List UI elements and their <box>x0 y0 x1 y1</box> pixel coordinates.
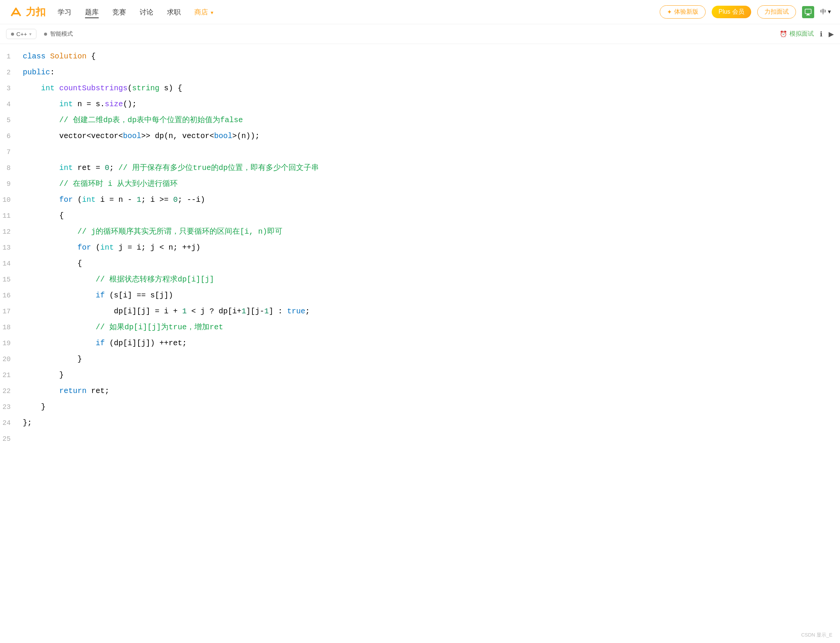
line-number-7: 7 <box>0 146 20 158</box>
clock-icon: ⏰ <box>780 30 787 38</box>
line-number-3: 3 <box>0 82 20 95</box>
nav-link-discuss[interactable]: 讨论 <box>140 8 154 18</box>
line-number-22: 22 <box>0 385 20 397</box>
nav-link-study[interactable]: 学习 <box>58 8 71 18</box>
logo-icon <box>9 5 23 19</box>
toolbar-right: ⏰ 模拟面试 ℹ ▶ <box>780 30 834 38</box>
line-content-14: { <box>20 257 840 270</box>
line-number-14: 14 <box>0 257 20 270</box>
interview-button[interactable]: 力扣面试 <box>757 5 796 19</box>
code-line-6: 6 vector<vector<bool>> dp(n, vector<bool… <box>0 130 840 146</box>
line-content-10: for (int i = n - 1; i >= 0; --i) <box>20 193 840 206</box>
code-line-8: 8 int ret = 0; // 用于保存有多少位true的dp位置，即有多少… <box>0 162 840 178</box>
line-content-24: }; <box>20 416 840 429</box>
play-button[interactable]: ▶ <box>829 30 834 38</box>
code-line-19: 19 if (dp[i][j]) ++ret; <box>0 337 840 353</box>
line-number-6: 6 <box>0 130 20 142</box>
line-number-15: 15 <box>0 273 20 286</box>
code-line-10: 10 for (int i = n - 1; i >= 0; --i) <box>0 193 840 209</box>
line-content-15: // 根据状态转移方程求dp[i][j] <box>20 273 840 286</box>
code-line-11: 11 { <box>0 209 840 225</box>
code-editor[interactable]: 1 class Solution { 2 public: 3 int count… <box>0 44 840 636</box>
code-line-12: 12 // j的循环顺序其实无所谓，只要循环的区间在[i, n)即可 <box>0 225 840 241</box>
line-content-11: { <box>20 209 840 222</box>
language-select[interactable]: C++ ▾ <box>6 29 36 39</box>
code-line-24: 24 }; <box>0 416 840 432</box>
line-content-19: if (dp[i][j]) ++ret; <box>20 337 840 350</box>
code-line-14: 14 { <box>0 257 840 273</box>
language-selector[interactable]: 中 ▾ <box>820 8 831 16</box>
watermark: CSDN 显示_E <box>801 632 832 638</box>
svg-rect-0 <box>805 9 811 14</box>
smart-mode-label: 智能模式 <box>50 30 73 38</box>
code-line-21: 21 } <box>0 369 840 385</box>
code-line-22: 22 return ret; <box>0 385 840 401</box>
line-number-4: 4 <box>0 98 20 110</box>
code-line-23: 23 } <box>0 401 840 416</box>
line-number-17: 17 <box>0 305 20 318</box>
logo-text: 力扣 <box>26 5 46 19</box>
line-content-2: public: <box>20 66 840 79</box>
chevron-down-icon: ▾ <box>211 10 213 16</box>
line-number-12: 12 <box>0 225 20 238</box>
star-icon: ✦ <box>667 8 672 16</box>
code-line-25: 25 <box>0 432 840 449</box>
nav-link-jobs[interactable]: 求职 <box>167 8 181 18</box>
line-number-10: 10 <box>0 193 20 206</box>
code-line-15: 15 // 根据状态转移方程求dp[i][j] <box>0 273 840 289</box>
code-line-7: 7 <box>0 146 840 162</box>
nav-right: ✦ 体验新版 Plus 会员 力扣面试 中 ▾ <box>660 5 831 19</box>
code-line-9: 9 // 在循环时 i 从大到小进行循环 <box>0 178 840 193</box>
line-number-23: 23 <box>0 401 20 413</box>
monitor-icon[interactable] <box>802 6 814 18</box>
smart-dot-icon <box>44 33 47 36</box>
nav-item-study[interactable]: 学习 <box>58 8 71 17</box>
code-line-13: 13 for (int j = i; j < n; ++j) <box>0 241 840 257</box>
nav-item-contest[interactable]: 竞赛 <box>112 8 126 17</box>
line-number-25: 25 <box>0 432 20 445</box>
line-content-18: // 如果dp[i][j]为true，增加ret <box>20 321 840 334</box>
nav-link-problems[interactable]: 题库 <box>85 8 99 18</box>
navbar: 力扣 学习 题库 竞赛 讨论 求职 商店 ▾ ✦ 体验新版 Plu <box>0 0 840 24</box>
nav-item-jobs[interactable]: 求职 <box>167 8 181 17</box>
line-content-22: return ret; <box>20 385 840 398</box>
line-content-12: // j的循环顺序其实无所谓，只要循环的区间在[i, n)即可 <box>20 225 840 238</box>
nav-link-shop[interactable]: 商店 ▾ <box>194 8 213 18</box>
line-content-25 <box>20 432 840 446</box>
nav-item-problems[interactable]: 题库 <box>85 8 99 17</box>
code-line-1: 1 class Solution { <box>0 50 840 66</box>
line-content-16: if (s[i] == s[j]) <box>20 289 840 302</box>
line-content-1: class Solution { <box>20 50 840 63</box>
line-number-13: 13 <box>0 241 20 254</box>
lang-label: C++ <box>16 31 27 37</box>
nav-item-shop[interactable]: 商店 ▾ <box>194 8 213 17</box>
info-button[interactable]: ℹ <box>820 30 822 38</box>
smart-mode[interactable]: 智能模式 <box>44 30 73 38</box>
line-content-21: } <box>20 369 840 382</box>
line-number-21: 21 <box>0 369 20 381</box>
line-content-7 <box>20 146 840 158</box>
logo[interactable]: 力扣 <box>9 5 46 19</box>
code-line-4: 4 int n = s.size(); <box>0 98 840 114</box>
line-number-20: 20 <box>0 353 20 365</box>
line-number-2: 2 <box>0 66 20 78</box>
experience-button[interactable]: ✦ 体验新版 <box>660 5 706 19</box>
toolbar: C++ ▾ 智能模式 ⏰ 模拟面试 ℹ ▶ <box>0 24 840 44</box>
line-number-16: 16 <box>0 289 20 302</box>
line-content-8: int ret = 0; // 用于保存有多少位true的dp位置，即有多少个回… <box>20 162 840 175</box>
simulate-button[interactable]: ⏰ 模拟面试 <box>780 30 814 38</box>
line-content-23: } <box>20 401 840 413</box>
line-number-19: 19 <box>0 337 20 349</box>
line-content-6: vector<vector<bool>> dp(n, vector<bool>(… <box>20 130 840 143</box>
nav-links: 学习 题库 竞赛 讨论 求职 商店 ▾ <box>58 8 213 17</box>
nav-link-contest[interactable]: 竞赛 <box>112 8 126 18</box>
line-content-9: // 在循环时 i 从大到小进行循环 <box>20 178 840 191</box>
line-content-17: dp[i][j] = i + 1 < j ? dp[i+1][j-1] : tr… <box>20 305 840 318</box>
nav-item-discuss[interactable]: 讨论 <box>140 8 154 17</box>
line-number-1: 1 <box>0 50 20 63</box>
plus-member-button[interactable]: Plus 会员 <box>712 6 751 18</box>
line-number-18: 18 <box>0 321 20 333</box>
code-line-18: 18 // 如果dp[i][j]为true，增加ret <box>0 321 840 337</box>
line-number-8: 8 <box>0 162 20 174</box>
line-content-3: int countSubstrings(string s) { <box>20 82 840 95</box>
